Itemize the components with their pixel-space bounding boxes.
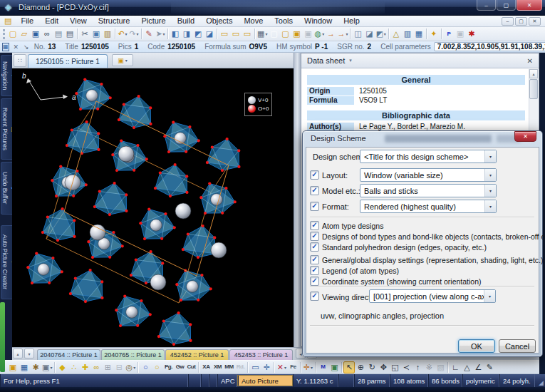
- representation-rendered-icon[interactable]: ◩▾: [375, 28, 386, 40]
- table-icon[interactable]: ▦: [413, 28, 425, 40]
- cell-parameters-field[interactable]: 7.002,8.352,10.905,91.91,108.39,110.50▴▾: [434, 42, 545, 51]
- picture-tab-2040765-picture-1[interactable]: 2040765 :: Picture 1: [101, 349, 165, 360]
- menu-view[interactable]: View: [64, 16, 93, 26]
- menu-build[interactable]: Build: [172, 16, 200, 26]
- minimize-button[interactable]: –: [477, 0, 496, 11]
- chevron-down-icon[interactable]: ▾: [346, 31, 348, 36]
- active-picture-tab[interactable]: 1250105 :: Picture 1: [28, 54, 108, 68]
- pane-grip-icon[interactable]: ∷: [14, 54, 26, 67]
- menu-window[interactable]: Window: [299, 16, 338, 26]
- chevron-down-icon[interactable]: ▾: [163, 31, 165, 36]
- pointer-mode-icon[interactable]: ➤▾: [155, 28, 166, 40]
- paste-icon[interactable]: ▥: [102, 28, 113, 40]
- new-picture-button[interactable]: ▣▾: [112, 54, 133, 66]
- chevron-down-icon[interactable]: ▾: [265, 31, 267, 36]
- picture-tab-452453-picture-1[interactable]: 452453 :: Picture 1: [229, 349, 293, 360]
- spin-icon[interactable]: ※: [423, 361, 435, 373]
- chevron-down-icon[interactable]: ▾: [125, 31, 128, 36]
- menu-help[interactable]: Help: [338, 16, 365, 26]
- model-etc-select[interactable]: Balls and sticks▾: [360, 184, 497, 197]
- window-new-icon[interactable]: ◨: [181, 28, 192, 40]
- layout-select[interactable]: Window (variable size)▾: [360, 168, 497, 182]
- photo-icon[interactable]: ▣: [328, 361, 340, 373]
- polyhedra-icon[interactable]: ◆: [56, 361, 68, 373]
- chevron-down-icon[interactable]: ▾: [133, 365, 135, 370]
- broken-bonds-icon[interactable]: ⊟: [113, 361, 125, 373]
- next-structure-icon[interactable]: →▾: [336, 28, 348, 40]
- save-icon[interactable]: ▣: [30, 28, 41, 40]
- cut-mode-icon[interactable]: Cut: [185, 361, 197, 373]
- redo-icon[interactable]: ↷▾: [128, 28, 140, 40]
- walk-icon[interactable]: ▧: [435, 361, 446, 373]
- menu-picture[interactable]: Picture: [135, 16, 171, 26]
- auto-picture-icon[interactable]: ▣: [7, 361, 19, 373]
- save-picture-icon[interactable]: ▦: [19, 361, 30, 373]
- pin-icon[interactable]: ▾: [349, 58, 352, 63]
- torsion-measure-icon[interactable]: ∠: [472, 361, 484, 373]
- model-etc-checkbox[interactable]: ✓: [310, 186, 319, 195]
- format-brush-icon[interactable]: ✎: [143, 28, 155, 40]
- mdi-minimize-button[interactable]: –: [502, 17, 514, 26]
- center-view-icon[interactable]: ✛: [261, 361, 272, 373]
- fill-mode-icon[interactable]: ◎▾: [125, 361, 136, 373]
- move-icon[interactable]: ✥: [378, 361, 389, 373]
- molecule-labels-icon[interactable]: XM: [212, 361, 223, 373]
- chevron-down-icon[interactable]: ▾: [284, 365, 286, 370]
- atom-labels-icon[interactable]: XA: [200, 361, 212, 373]
- atom-type-designs-checkbox[interactable]: ✓: [310, 221, 319, 230]
- tools-icon[interactable]: ✱: [466, 28, 477, 40]
- picture-window-icon[interactable]: ▭: [219, 28, 230, 40]
- mdi-close-button[interactable]: ✕: [529, 17, 541, 26]
- assistant-icon[interactable]: ✦: [428, 28, 440, 40]
- measure-labels-icon[interactable]: MM: [223, 361, 234, 373]
- bonds-icon[interactable]: ∞: [90, 361, 102, 373]
- maximize-button[interactable]: ▢: [497, 0, 516, 11]
- cut-icon[interactable]: ✂: [79, 28, 90, 40]
- chevron-down-icon[interactable]: ▾: [484, 200, 496, 212]
- scroll-up-icon[interactable]: ▴: [529, 69, 538, 78]
- web-export-icon[interactable]: ◍▾: [313, 28, 325, 40]
- picture-wizard-icon[interactable]: ✱: [30, 361, 41, 373]
- table-pane-icon[interactable]: ▦: [2, 43, 9, 51]
- general-global-display-setting-checkbox[interactable]: ✓: [310, 255, 319, 264]
- packing-icon[interactable]: Pg.: [162, 361, 174, 373]
- chevron-down-icon[interactable]: ▾: [384, 31, 386, 36]
- picture-tab-452452-picture-1[interactable]: 452452 :: Picture 1: [165, 349, 229, 360]
- tabs-scroll-down-button[interactable]: ▾: [24, 349, 34, 359]
- viewing-direction-select[interactable]: [001] projection (view along c-axis) ▾: [369, 289, 496, 303]
- chevron-down-icon[interactable]: ▾: [484, 150, 496, 163]
- destroy-icon[interactable]: ✕▾: [276, 361, 287, 373]
- grow-icon[interactable]: Gw: [174, 361, 185, 373]
- video-icon[interactable]: ▣: [455, 28, 466, 40]
- angle-measure-icon[interactable]: △: [461, 361, 472, 373]
- mdi-restore-button[interactable]: ▢: [515, 17, 527, 26]
- molecule-icon[interactable]: M: [317, 361, 328, 373]
- rotate-icon[interactable]: ↻: [366, 361, 378, 373]
- cancel-button[interactable]: Cancel: [499, 339, 536, 353]
- designs-of-bond-types-and-bond-checkbox[interactable]: ✓: [310, 232, 319, 241]
- legend-of-atom-types-checkbox[interactable]: ✓: [310, 266, 319, 275]
- select-arrow-icon[interactable]: ↖: [343, 361, 355, 373]
- open-folder-icon[interactable]: ▱: [19, 28, 30, 40]
- title-bar[interactable]: ◈ Diamond - [PCD-VxOy.cif] – ▢ ✕: [0, 0, 545, 16]
- duplicate-picture-icon[interactable]: ▣: [291, 28, 302, 40]
- angle-view-icon[interactable]: ≺: [400, 361, 412, 373]
- chevron-down-icon[interactable]: ▾: [311, 365, 313, 370]
- new-picture-icon[interactable]: ▢: [279, 28, 291, 40]
- viewing-direction-checkbox[interactable]: ✓: [310, 292, 319, 301]
- tabs-scroll-up-button[interactable]: ▴: [13, 349, 23, 359]
- zoom-icon[interactable]: ◱: [389, 361, 400, 373]
- ok-button[interactable]: OK: [458, 339, 495, 353]
- format-checkbox[interactable]: ✓: [310, 202, 319, 211]
- close-button[interactable]: ✕: [517, 0, 542, 11]
- povray-icon[interactable]: P: [443, 28, 455, 40]
- chevron-down-icon[interactable]: ▾: [322, 31, 324, 36]
- menu-move[interactable]: Move: [238, 16, 269, 26]
- stereo-icon[interactable]: △: [390, 28, 402, 40]
- print-icon[interactable]: ▤: [64, 28, 76, 40]
- compass-icon[interactable]: ✛▾: [302, 361, 313, 373]
- picture-tile-icon[interactable]: ▭: [230, 28, 242, 40]
- data-sheet-close-icon[interactable]: ✕: [527, 57, 533, 65]
- atom-symbol-icon[interactable]: Fe: [287, 361, 299, 373]
- frame-icon[interactable]: ▭: [249, 361, 261, 373]
